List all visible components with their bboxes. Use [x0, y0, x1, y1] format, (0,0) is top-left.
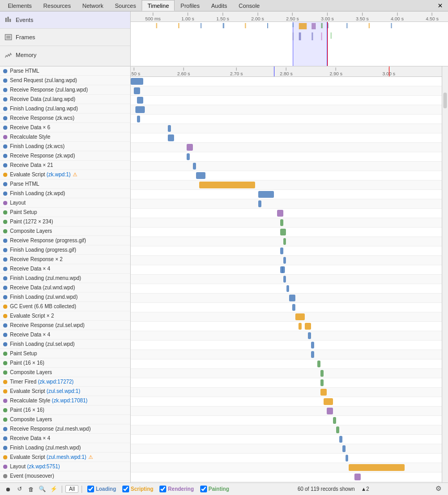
- timeline-bar: [311, 351, 314, 358]
- timeline-bar: [277, 210, 283, 217]
- row-color-dot: [3, 286, 7, 290]
- timeline-row: [131, 171, 442, 181]
- timeline-row: [131, 359, 442, 369]
- timeline-rows[interactable]: [131, 77, 442, 482]
- ruler-tick-3s: 3.00 s: [321, 13, 334, 21]
- timeline-bar: [187, 144, 193, 151]
- right-scrollbar[interactable]: [442, 66, 448, 482]
- row-color-dot: [3, 239, 7, 243]
- label-row: Paint Setup: [0, 349, 130, 358]
- label-row: Evaluate Script (zk.wpd:1)⚠: [0, 170, 130, 179]
- timeline-row: [131, 388, 442, 397]
- row-label-text: Receive Response (progress.gif): [10, 238, 86, 243]
- label-row: Finish Loading (zul.wnd.wpd): [0, 292, 130, 302]
- scrollbar-thumb[interactable]: [443, 93, 447, 108]
- label-row: GC Event (6.6 MB collected): [0, 302, 130, 311]
- row-color-dot: [3, 455, 7, 459]
- label-row: Receive Data × 6: [0, 123, 130, 132]
- warning-icon: ⚠: [73, 172, 77, 177]
- timeline-row: [131, 162, 442, 171]
- filter-painting-checkbox[interactable]: [200, 486, 207, 492]
- row-label-text: Paint Setup: [10, 351, 37, 356]
- svg-rect-5: [156, 23, 157, 28]
- tab-sources[interactable]: Sources: [109, 0, 142, 11]
- timeline-row: [131, 331, 442, 341]
- timeline-bar: [131, 78, 143, 85]
- label-row: Composite Layers: [0, 415, 130, 424]
- settings-gear-icon[interactable]: ⚙: [435, 485, 445, 494]
- label-row: Receive Response (progress.gif): [0, 236, 130, 245]
- row-label-text: Finish Loading (zul.lang.wpd): [10, 106, 78, 111]
- timeline-bar: [258, 191, 274, 198]
- label-row: Event (mouseover): [0, 471, 130, 481]
- label-row: Receive Data × 4: [0, 264, 130, 274]
- svg-rect-23: [330, 32, 331, 39]
- ruler-tick-500ms: 500 ms: [145, 13, 161, 21]
- filter-scripting-checkbox[interactable]: [122, 486, 129, 492]
- tab-console[interactable]: Console: [233, 0, 266, 11]
- cpu-throttle-button[interactable]: ⚡: [49, 485, 59, 494]
- row-color-dot: [3, 182, 7, 186]
- svg-rect-0: [5, 18, 7, 22]
- svg-rect-22: [321, 32, 322, 40]
- row-color-dot: [3, 342, 7, 346]
- events-row[interactable]: Events: [0, 12, 130, 29]
- filter-scripting-label[interactable]: Scripting: [122, 486, 153, 492]
- tab-audits[interactable]: Audits: [205, 0, 233, 11]
- tab-bar: Elements Resources Network Sources Timel…: [0, 0, 448, 12]
- timeline-row: [131, 454, 442, 463]
- tab-network[interactable]: Network: [76, 0, 109, 11]
- filter-loading-label[interactable]: Loading: [87, 486, 116, 492]
- clear-button[interactable]: 🗑: [26, 485, 36, 494]
- tab-elements[interactable]: Elements: [2, 0, 38, 11]
- timeline-row: [131, 482, 442, 482]
- record-button[interactable]: ⏺: [3, 485, 13, 494]
- tab-resources[interactable]: Resources: [38, 0, 77, 11]
- frames-row[interactable]: Frames: [0, 29, 130, 46]
- row-color-dot: [3, 474, 7, 478]
- svg-rect-19: [293, 32, 294, 40]
- filter-all-button[interactable]: All: [65, 485, 78, 493]
- row-label-text: Receive Response (zk.wpd): [10, 153, 75, 159]
- filter-rendering-checkbox[interactable]: [159, 486, 166, 492]
- svg-rect-6: [178, 23, 179, 28]
- label-row: Parse HTML: [0, 179, 130, 189]
- timeline-bar: [289, 295, 295, 301]
- timeline-row: [131, 341, 442, 350]
- memory-row[interactable]: Memory: [0, 46, 130, 63]
- timeline-bar: [339, 436, 342, 443]
- row-color-dot: [3, 135, 7, 139]
- timeline-bar: [168, 125, 171, 132]
- row-label-text: Evaluate Script (zul.mesh.wpd:1): [10, 454, 86, 460]
- overview-charts[interactable]: [131, 22, 448, 66]
- left-panel-header: Events Frames: [0, 12, 131, 66]
- row-label-text: Finish Loading (zul.mesh.wpd): [10, 445, 81, 451]
- timeline-bar: [349, 464, 405, 471]
- filter-rendering-label[interactable]: Rendering: [159, 486, 193, 492]
- row-label-text: Layout (zk.wpd:5751): [10, 464, 60, 469]
- label-row: Timer Fired (zk.wpd:17272): [0, 377, 130, 387]
- timeline-ruler-area: 500 ms 1.00 s 1.50 s 2.00 s 2.50 s 3.00 …: [131, 12, 448, 66]
- row-color-dot: [3, 267, 7, 271]
- close-button[interactable]: ✕: [434, 2, 446, 9]
- timeline-bar: [324, 398, 333, 405]
- tab-profiles[interactable]: Profiles: [175, 0, 205, 11]
- reload-record-button[interactable]: ↺: [15, 485, 24, 494]
- red-time-marker: [327, 22, 328, 66]
- separator-2: [82, 486, 82, 493]
- label-row: Receive Data × 4: [0, 434, 130, 443]
- label-row: Parse HTML: [0, 66, 130, 76]
- filter-loading-checkbox[interactable]: [87, 486, 94, 492]
- timeline-bar: [292, 304, 295, 311]
- filter-painting-label[interactable]: Painting: [200, 486, 229, 492]
- svg-rect-1: [7, 17, 9, 22]
- row-label-text: Receive Response (zul.lang.wpd): [10, 87, 88, 93]
- search-button[interactable]: 🔍: [38, 485, 47, 494]
- timeline-row: [131, 407, 442, 416]
- svg-rect-2: [9, 19, 11, 22]
- row-label-text: Finish Loading (zk.wpd): [10, 190, 65, 196]
- label-row: Evaluate Script (zul.mesh.wpd:1)⚠: [0, 453, 130, 462]
- timeline-bar: [134, 87, 140, 94]
- tab-timeline[interactable]: Timeline: [142, 0, 175, 11]
- label-row: Finish Loading (zul.lang.wpd): [0, 104, 130, 114]
